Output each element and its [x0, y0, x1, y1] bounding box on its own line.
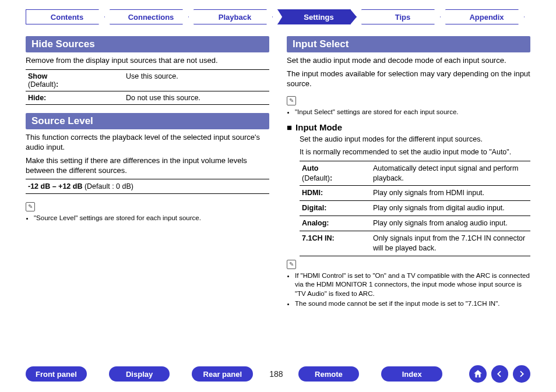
input-mode-body: Set the audio input modes for the differ… — [300, 135, 530, 309]
tab-label: Playback — [219, 13, 251, 22]
next-page-button[interactable] — [513, 365, 530, 383]
option-desc: Play only signals from analog audio inpu… — [371, 216, 530, 231]
top-nav: Contents Connections Playback Settings T… — [0, 0, 556, 28]
tab-label: Tips — [395, 13, 411, 22]
option-key-bold: Analog: — [302, 219, 329, 227]
tab-label: Settings — [304, 13, 333, 22]
right-column: Input Select Set the audio input mode an… — [287, 33, 530, 310]
input-select-p2: The input modes available for selection … — [287, 69, 530, 89]
input-select-p1: Set the audio input mode and decode mode… — [287, 56, 530, 66]
option-key-trail: : — [330, 174, 332, 182]
note-item: If "HDMI Control" is set to "On" and a T… — [295, 271, 530, 299]
hide-sources-intro: Remove from the display input sources th… — [26, 56, 269, 66]
option-desc: Use this source. — [124, 69, 269, 91]
hide-sources-header: Hide Sources — [26, 36, 269, 52]
nav-index[interactable]: Index — [381, 366, 442, 382]
input-mode-notes: If "HDMI Control" is set to "On" and a T… — [287, 271, 530, 309]
home-button[interactable] — [469, 365, 487, 383]
source-level-p1: This function corrects the playback leve… — [26, 133, 269, 153]
note-item: "Input Select" settings are stored for e… — [295, 108, 530, 117]
source-level-header: Source Level — [26, 113, 269, 129]
main-content: Hide Sources Remove from the display inp… — [0, 28, 556, 310]
arrow-left-icon — [495, 369, 504, 379]
table-row: 7.1CH IN: Only signals input from the 7.… — [300, 231, 530, 256]
tab-connections[interactable]: Connections — [110, 9, 189, 24]
input-mode-p1: Set the audio input modes for the differ… — [300, 135, 530, 144]
bottom-bar: Front panel Display Rear panel 188 Remot… — [0, 365, 556, 383]
option-key: Auto (Default): — [300, 161, 371, 186]
option-key: Show (Default): — [26, 69, 124, 91]
table-row: Show (Default): Use this source. — [26, 69, 269, 91]
range-plain: (Default : 0 dB) — [82, 182, 133, 190]
source-level-notes: "Source Level" settings are stored for e… — [26, 214, 269, 223]
option-key-bold: Show — [28, 72, 47, 80]
option-key: Digital: — [300, 201, 371, 216]
option-key-bold: 7.1CH IN: — [302, 234, 335, 242]
prev-page-button[interactable] — [491, 365, 509, 383]
option-key-bold: Auto — [302, 164, 318, 172]
option-key-plain: (Default) — [28, 80, 56, 89]
source-level-p2: Make this setting if there are differenc… — [26, 156, 269, 176]
table-row: Hide: Do not use this source. — [26, 91, 269, 104]
pill-label: Front panel — [36, 370, 77, 379]
tab-contents[interactable]: Contents — [26, 9, 105, 24]
input-mode-title: Input Mode — [295, 122, 342, 132]
tab-appendix[interactable]: Appendix — [445, 9, 525, 24]
option-key-bold: Hide: — [28, 94, 46, 102]
input-mode-p2: It is normally recommended to set the au… — [300, 147, 530, 157]
pill-label: Index — [402, 370, 422, 379]
option-key: Analog: — [300, 216, 371, 231]
nav-front-panel[interactable]: Front panel — [26, 366, 87, 382]
pencil-icon: ✎ — [26, 202, 35, 211]
nav-display[interactable]: Display — [109, 366, 170, 382]
option-key-plain: (Default) — [302, 174, 330, 182]
option-key-bold: HDMI: — [302, 189, 323, 197]
arrow-right-icon — [517, 369, 526, 379]
option-desc: Play only signals from HDMI input. — [371, 186, 530, 201]
note-item: The sound mode cannot be set if the inpu… — [295, 299, 530, 309]
option-key: 7.1CH IN: — [300, 231, 371, 256]
option-desc: Only signals input from the 7.1CH IN con… — [371, 231, 530, 256]
tab-label: Appendix — [469, 13, 504, 22]
option-desc: Play only signals from digital audio inp… — [371, 201, 530, 216]
input-select-header: Input Select — [287, 36, 530, 52]
tab-tips[interactable]: Tips — [361, 9, 441, 24]
tab-label: Connections — [128, 13, 174, 22]
range-bold: -12 dB – +12 dB — [28, 182, 82, 190]
left-column: Hide Sources Remove from the display inp… — [26, 33, 269, 310]
tab-playback[interactable]: Playback — [193, 9, 273, 24]
tab-label: Contents — [51, 13, 83, 22]
nav-remote[interactable]: Remote — [298, 366, 360, 382]
pill-label: Rear panel — [203, 370, 242, 379]
pencil-icon: ✎ — [287, 260, 296, 269]
option-key: Hide: — [26, 91, 124, 104]
page-number: 188 — [269, 369, 283, 379]
option-key: HDMI: — [300, 186, 371, 201]
note-item: "Source Level" settings are stored for e… — [34, 214, 269, 223]
input-mode-table: Auto (Default): Automatically detect inp… — [300, 161, 530, 256]
pencil-icon: ✎ — [287, 96, 296, 105]
source-level-range: -12 dB – +12 dB (Default : 0 dB) — [26, 179, 269, 194]
option-key-bold: Digital: — [302, 204, 326, 212]
tab-settings[interactable]: Settings — [277, 9, 357, 24]
option-desc: Automatically detect input signal and pe… — [371, 161, 530, 186]
input-select-notes: "Input Select" settings are stored for e… — [287, 108, 530, 117]
pill-label: Remote — [315, 370, 343, 379]
option-key-trail: : — [56, 80, 58, 89]
home-icon — [473, 369, 483, 379]
table-row: Analog: Play only signals from analog au… — [300, 216, 530, 231]
option-desc: Do not use this source. — [124, 91, 269, 104]
table-row: Digital: Play only signals from digital … — [300, 201, 530, 216]
hide-sources-table: Show (Default): Use this source. Hide: D… — [26, 69, 269, 105]
square-bullet-icon: ■ — [287, 122, 292, 132]
table-row: Auto (Default): Automatically detect inp… — [300, 161, 530, 186]
pill-label: Display — [126, 370, 153, 379]
input-mode-heading: ■Input Mode — [287, 122, 530, 132]
nav-rear-panel[interactable]: Rear panel — [192, 366, 253, 382]
table-row: HDMI: Play only signals from HDMI input. — [300, 186, 530, 201]
